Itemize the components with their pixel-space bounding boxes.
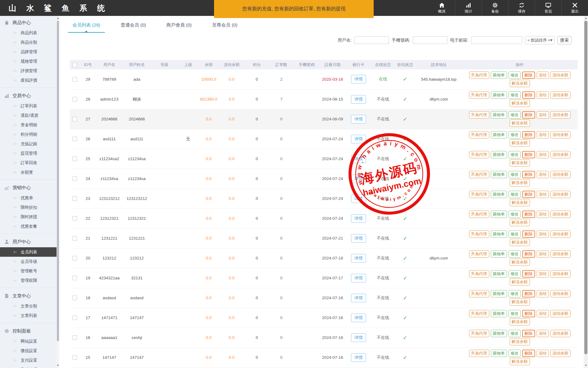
action-button-購物車[interactable]: 購物車 xyxy=(491,250,507,258)
bank-detail-button[interactable]: 详情 xyxy=(351,333,366,342)
action-button-刪除[interactable]: 刪除 xyxy=(522,91,535,99)
bank-detail-button[interactable]: 详情 xyxy=(351,95,366,104)
sidebar-item-虛拟評價[interactable]: ⊢虛拟評價 xyxy=(0,75,57,85)
bank-detail-button[interactable]: 详情 xyxy=(351,115,366,123)
row-checkbox[interactable] xyxy=(72,77,77,82)
sidebar-item-优惠套餐[interactable]: ⊢优惠套餐 xyxy=(0,222,57,231)
action-button-升為代理[interactable]: 升為代理 xyxy=(469,350,489,357)
action-button-冻结[interactable]: 冻结 xyxy=(537,131,549,138)
action-button-刪除[interactable]: 刪除 xyxy=(522,191,535,198)
tab-会员列表 (29)[interactable]: 会员列表 (29) xyxy=(68,20,105,33)
row-checkbox[interactable] xyxy=(72,256,77,260)
action-button-升為代理[interactable]: 升為代理 xyxy=(469,72,489,79)
row-checkbox[interactable] xyxy=(72,216,77,221)
username-input[interactable] xyxy=(354,36,389,44)
sidebar-group-文章中心[interactable]: 文章中心 xyxy=(0,290,57,301)
sidebar-item-会员列表[interactable]: ⊢会员列表 xyxy=(0,247,57,257)
sidebar-item-限时拼团[interactable]: ⊢限时拼团 xyxy=(0,212,57,222)
action-button-修改[interactable]: 修改 xyxy=(508,211,521,218)
sidebar-item-优惠券[interactable]: ⊢优惠券 xyxy=(0,193,57,203)
action-button-解冻余額[interactable]: 解冻余額 xyxy=(510,139,530,147)
bank-detail-button[interactable]: 详情 xyxy=(351,274,366,282)
action-button-冻结[interactable]: 冻结 xyxy=(537,290,549,297)
action-button-冻结[interactable]: 冻结 xyxy=(537,250,549,258)
action-button-冻结余額[interactable]: 冻结余額 xyxy=(550,131,571,138)
action-button-冻结[interactable]: 冻结 xyxy=(537,151,549,158)
sidebar-item-評價管理[interactable]: ⊢評價管理 xyxy=(0,66,57,75)
row-checkbox[interactable] xyxy=(72,355,77,360)
menu-item-概况[interactable]: 概况 xyxy=(428,0,455,16)
action-button-購物車[interactable]: 購物車 xyxy=(491,91,507,99)
bank-detail-button[interactable]: 详情 xyxy=(351,214,366,223)
phone-input[interactable] xyxy=(413,36,447,44)
action-button-冻结余額[interactable]: 冻结余額 xyxy=(550,171,571,178)
action-button-冻结余額[interactable]: 冻结余額 xyxy=(550,151,571,158)
action-button-刪除[interactable]: 刪除 xyxy=(522,310,535,317)
action-button-冻结余額[interactable]: 冻结余額 xyxy=(550,290,571,297)
row-checkbox[interactable] xyxy=(72,276,77,280)
action-button-解冻余額[interactable]: 解冻余額 xyxy=(510,278,530,286)
page-scroll-down-icon[interactable]: ▼ xyxy=(584,363,588,368)
action-button-修改[interactable]: 修改 xyxy=(508,290,521,297)
tab-至尊会员 (0)[interactable]: 至尊会员 (0) xyxy=(208,20,242,33)
sidebar-item-资金明细[interactable]: ⊢资金明细 xyxy=(0,120,57,130)
action-button-修改[interactable]: 修改 xyxy=(508,330,521,337)
action-button-修改[interactable]: 修改 xyxy=(508,151,521,158)
action-button-升為代理[interactable]: 升為代理 xyxy=(469,250,489,258)
sidebar-item-导航管理[interactable]: ⊢导航管理 xyxy=(0,365,57,368)
action-button-冻结[interactable]: 冻结 xyxy=(537,111,549,119)
action-button-升為代理[interactable]: 升為代理 xyxy=(469,131,489,138)
action-button-冻结余額[interactable]: 冻结余額 xyxy=(550,350,571,357)
action-button-購物車[interactable]: 購物車 xyxy=(491,310,507,317)
sidebar-item-支付設置[interactable]: ⊢支付設置 xyxy=(0,355,57,365)
action-button-冻结余額[interactable]: 冻结余額 xyxy=(550,310,571,317)
action-button-刪除[interactable]: 刪除 xyxy=(522,330,535,337)
sidebar-item-商品分類[interactable]: ⊢商品分類 xyxy=(0,38,57,47)
action-button-升為代理[interactable]: 升為代理 xyxy=(469,211,489,218)
sidebar-item-积分明细[interactable]: ⊢积分明细 xyxy=(0,130,57,139)
bank-detail-button[interactable]: 详情 xyxy=(351,254,366,263)
sidebar-scroll-thumb[interactable] xyxy=(57,21,59,341)
row-checkbox[interactable] xyxy=(72,296,77,300)
sort-select[interactable]: = 默認排序 = xyxy=(525,36,555,44)
sidebar-group-控制面板[interactable]: 控制面板 xyxy=(0,326,57,337)
action-button-冻结余額[interactable]: 冻结余額 xyxy=(550,230,571,238)
action-button-冻结余額[interactable]: 冻结余額 xyxy=(550,250,571,258)
action-button-刪除[interactable]: 刪除 xyxy=(522,250,535,258)
action-button-修改[interactable]: 修改 xyxy=(508,171,521,178)
bank-detail-button[interactable]: 详情 xyxy=(351,194,366,203)
sidebar-item-余額寳[interactable]: ⊢余額寳 xyxy=(0,167,57,177)
action-button-升為代理[interactable]: 升為代理 xyxy=(469,171,489,178)
action-button-冻结[interactable]: 冻结 xyxy=(537,171,549,178)
menu-item-缓存[interactable]: 缓存 xyxy=(508,0,535,16)
action-button-升為代理[interactable]: 升為代理 xyxy=(469,91,489,99)
action-button-購物車[interactable]: 購物車 xyxy=(491,151,507,158)
sidebar-item-网站設置[interactable]: ⊢网站設置 xyxy=(0,337,57,346)
tab-商戶會員 (0)[interactable]: 商戶會員 (0) xyxy=(162,20,196,33)
action-button-冻结[interactable]: 冻结 xyxy=(537,330,549,337)
action-button-購物車[interactable]: 購物車 xyxy=(491,111,507,119)
page-scrollbar[interactable]: ▲ ▼ xyxy=(584,16,588,368)
action-button-升為代理[interactable]: 升為代理 xyxy=(469,230,489,238)
row-checkbox[interactable] xyxy=(72,137,77,141)
action-button-冻结[interactable]: 冻结 xyxy=(537,310,549,317)
action-button-購物車[interactable]: 購物車 xyxy=(491,72,507,79)
action-button-升為代理[interactable]: 升為代理 xyxy=(469,330,489,337)
action-button-冻结[interactable]: 冻结 xyxy=(537,230,549,238)
action-button-購物車[interactable]: 購物車 xyxy=(491,230,507,238)
action-button-解冻余額[interactable]: 解冻余額 xyxy=(510,298,530,306)
action-button-刪除[interactable]: 刪除 xyxy=(522,270,535,278)
action-button-購物車[interactable]: 購物車 xyxy=(491,191,507,198)
action-button-購物車[interactable]: 購物車 xyxy=(491,270,507,278)
action-button-修改[interactable]: 修改 xyxy=(508,270,521,278)
action-button-冻结余額[interactable]: 冻结余額 xyxy=(550,91,571,99)
action-button-冻结[interactable]: 冻结 xyxy=(537,350,549,357)
sidebar-item-訂單列表[interactable]: ⊢訂單列表 xyxy=(0,101,57,111)
search-button[interactable]: 搜索 xyxy=(557,36,571,44)
row-checkbox[interactable] xyxy=(72,196,77,201)
action-button-修改[interactable]: 修改 xyxy=(508,91,521,99)
sidebar-item-管理帐号[interactable]: ⊢管理帐号 xyxy=(0,266,57,276)
page-scroll-up-icon[interactable]: ▲ xyxy=(584,16,588,20)
action-button-冻结[interactable]: 冻结 xyxy=(537,191,549,198)
action-button-購物車[interactable]: 購物車 xyxy=(491,290,507,297)
